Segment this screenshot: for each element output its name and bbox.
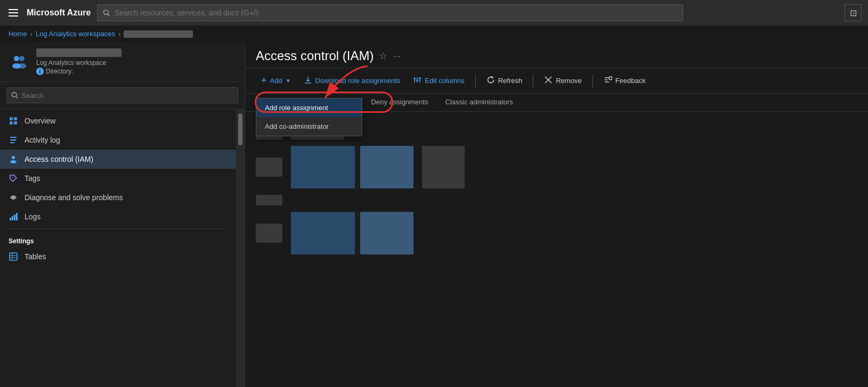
cell-gap — [355, 146, 360, 188]
breadcrumb-sep1: › — [30, 30, 33, 38]
sidebar: Log Analytics workspace i Directory: — [0, 42, 245, 387]
tab-classic-admins[interactable]: Classic administrators — [437, 94, 522, 111]
sidebar-item-diagnose[interactable]: Diagnose and solve problems — [0, 188, 236, 207]
sidebar-item-label-activity: Activity log — [25, 136, 60, 144]
sidebar-scroll-thumb — [238, 113, 242, 145]
cell-dark-6 — [256, 224, 282, 243]
dropdown-item-add-co-admin[interactable]: Add co-administrator — [256, 117, 362, 136]
main-layout: Log Analytics workspace i Directory: — [0, 42, 868, 387]
download-button[interactable]: Download role assignments — [298, 73, 406, 89]
svg-rect-19 — [10, 218, 11, 220]
resource-header: Log Analytics workspace i Directory: — [0, 42, 245, 82]
sidebar-item-label-tables: Tables — [25, 252, 46, 261]
add-dropdown-arrow: ▼ — [286, 78, 291, 84]
dropdown-item-label-add-role: Add role assignment — [265, 104, 328, 112]
svg-point-5 — [18, 63, 26, 69]
favorite-star-button[interactable]: ☆ — [379, 50, 387, 62]
svg-rect-12 — [10, 137, 17, 138]
table-row — [256, 195, 857, 205]
sidebar-item-tables[interactable]: Tables — [0, 247, 236, 266]
sidebar-nav-scroll: Overview Activity log — [0, 109, 245, 387]
edit-columns-icon — [413, 76, 421, 86]
cell-blue-1 — [291, 146, 355, 188]
svg-rect-22 — [16, 213, 18, 220]
remove-button[interactable]: Remove — [539, 73, 587, 89]
svg-rect-8 — [10, 117, 13, 120]
nav-section-settings: Settings — [0, 231, 236, 247]
tab-deny-assignments[interactable]: Deny assignments — [363, 94, 437, 111]
tags-icon — [9, 174, 18, 183]
resource-type: Log Analytics workspace — [36, 59, 236, 67]
sidebar-item-overview[interactable]: Overview — [0, 111, 236, 130]
feedback-label: Feedback — [615, 77, 646, 85]
content-area: Access control (IAM) ☆ ··· + Add ▼ Dow — [245, 42, 868, 387]
refresh-button[interactable]: Refresh — [481, 73, 528, 89]
overview-icon — [9, 116, 18, 126]
nav-list: Overview Activity log — [0, 109, 236, 387]
svg-rect-23 — [10, 253, 17, 260]
page-title: Access control (IAM) — [256, 48, 374, 63]
svg-rect-10 — [10, 121, 13, 125]
sidebar-item-label-tags: Tags — [25, 174, 40, 183]
svg-rect-20 — [12, 216, 13, 220]
info-icon: i — [36, 68, 44, 75]
table-row — [256, 212, 857, 254]
global-search-bar[interactable] — [97, 4, 683, 21]
breadcrumb: Home › Log Analytics workspaces › — [0, 26, 868, 42]
cell-dark-5 — [256, 195, 282, 205]
dropdown-item-label-add-co-admin: Add co-administrator — [265, 122, 329, 130]
table-row — [256, 146, 857, 188]
breadcrumb-home[interactable]: Home — [9, 30, 27, 38]
sidebar-item-access-control[interactable]: Access control (IAM) — [0, 150, 236, 169]
svg-point-6 — [12, 93, 17, 97]
svg-line-1 — [108, 14, 110, 15]
tables-icon — [9, 252, 18, 261]
sidebar-item-tags[interactable]: Tags — [0, 169, 236, 188]
resource-icon — [9, 51, 30, 72]
svg-point-3 — [19, 56, 25, 61]
more-options-button[interactable]: ··· — [393, 51, 401, 62]
page-title-row: Access control (IAM) ☆ ··· — [245, 42, 868, 68]
edit-columns-button[interactable]: Edit columns — [408, 73, 469, 89]
diagnose-icon — [9, 193, 18, 202]
feedback-button[interactable]: Feedback — [598, 73, 651, 89]
resource-info: Log Analytics workspace i Directory: — [36, 48, 236, 75]
breadcrumb-workspace-name — [124, 30, 193, 38]
sidebar-scrollbar[interactable] — [236, 109, 245, 387]
directory-label: Directory: — [46, 68, 73, 75]
terminal-icon[interactable]: ⊡ — [845, 4, 862, 21]
feedback-icon — [604, 76, 612, 86]
toolbar: + Add ▼ Download role assignments — [245, 68, 868, 94]
svg-point-2 — [14, 56, 19, 61]
nav-divider-1 — [9, 228, 228, 229]
svg-point-15 — [12, 156, 15, 159]
add-icon: + — [261, 75, 267, 86]
svg-rect-11 — [14, 121, 17, 125]
toolbar-separator-3 — [593, 75, 593, 87]
download-icon — [304, 76, 312, 86]
toolbar-separator-1 — [475, 75, 476, 87]
sidebar-item-logs[interactable]: Logs — [0, 207, 236, 226]
refresh-label: Refresh — [498, 77, 523, 85]
sidebar-search-input[interactable] — [21, 92, 233, 100]
add-label: Add — [270, 77, 282, 85]
edit-columns-label: Edit columns — [425, 77, 464, 85]
svg-point-0 — [104, 10, 109, 15]
workspace-icon — [10, 52, 29, 71]
svg-rect-9 — [14, 117, 17, 120]
table-area — [245, 112, 868, 387]
sidebar-search-icon — [11, 92, 18, 99]
sidebar-search-box[interactable] — [6, 87, 238, 103]
access-control-icon — [9, 154, 18, 164]
global-search-input[interactable] — [115, 9, 677, 17]
svg-point-18 — [12, 196, 14, 199]
topbar: Microsoft Azure ⊡ — [0, 0, 868, 26]
dropdown-item-add-role[interactable]: Add role assignment — [256, 98, 362, 117]
svg-rect-13 — [10, 139, 17, 141]
breadcrumb-workspaces[interactable]: Log Analytics workspaces — [36, 30, 115, 38]
sidebar-item-activity-log[interactable]: Activity log — [0, 130, 236, 150]
hamburger-menu[interactable] — [6, 7, 20, 19]
logs-icon — [9, 212, 18, 221]
add-button[interactable]: + Add ▼ — [256, 72, 296, 89]
sidebar-item-label-overview: Overview — [25, 117, 55, 125]
